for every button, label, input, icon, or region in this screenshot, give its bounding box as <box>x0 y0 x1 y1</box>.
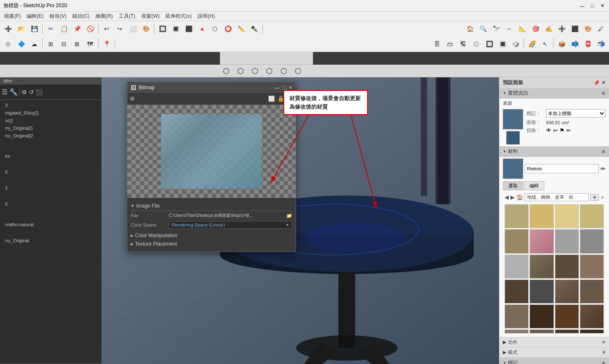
render-btn-2[interactable]: ⬡ <box>234 65 247 77</box>
menu-help[interactable]: 說明(H) <box>195 12 217 21</box>
menu-extensions[interactable]: 延伸程式(x) <box>163 12 194 21</box>
material-cell-21[interactable] <box>505 329 529 334</box>
colorspace-dropdown[interactable]: Rendering Space (Linear) ▼ <box>169 221 292 229</box>
material-header[interactable]: ▼ 材料 ✕ <box>499 147 609 157</box>
sidebar-icon-4[interactable]: ↺ <box>29 89 34 96</box>
tool2-layers[interactable]: ⊠ <box>71 38 83 50</box>
list-item[interactable]: 2 <box>0 184 102 192</box>
tool-save[interactable]: 💾 <box>28 23 41 35</box>
list-item[interactable]: or]2 <box>0 117 102 124</box>
bitmap-image-file-header[interactable]: ▼ Image File <box>131 201 292 211</box>
nav-dropdown[interactable]: ▼ <box>590 194 599 201</box>
tool2-box2[interactable]: 📫 <box>568 38 581 50</box>
arrow-icon[interactable]: ↩ <box>553 127 558 134</box>
tool-t5[interactable]: ⬡ <box>208 23 221 35</box>
tool-t2[interactable]: 🔳 <box>169 23 182 35</box>
render-btn-5[interactable]: ⬡ <box>277 65 290 77</box>
material-cell-15[interactable] <box>555 279 579 304</box>
render-btn-1[interactable]: ⬡ <box>220 65 233 77</box>
menu-view[interactable]: 檢視(V) <box>47 12 69 21</box>
tool-r8[interactable]: ➕ <box>555 23 568 35</box>
menu-camera[interactable]: 鏡頭(C) <box>70 12 92 21</box>
tool2-cursor[interactable]: ↖ <box>539 38 551 50</box>
tool-undo[interactable]: ↪ <box>113 23 126 35</box>
material-cell-12[interactable] <box>580 255 604 279</box>
material-cell-16[interactable] <box>580 279 604 304</box>
tool2-group[interactable]: 🔷 <box>15 38 27 50</box>
tool-r5[interactable]: 📐 <box>516 23 529 35</box>
tool2-box3[interactable]: 📮 <box>582 38 594 50</box>
tool2-pin[interactable]: 📍 <box>100 38 113 50</box>
material-cell-23[interactable] <box>555 329 579 334</box>
list-item[interactable]: rry_Original]1 <box>0 124 102 132</box>
menu-window[interactable]: 視窗(W) <box>139 12 162 21</box>
style-header[interactable]: ▶ 樣式 ✕ <box>499 348 609 357</box>
tool2-box4[interactable]: 📬 <box>595 38 607 50</box>
tool2-table[interactable]: ⊟ <box>58 38 70 50</box>
tool-r1[interactable]: 🏠 <box>464 23 476 35</box>
render-btn-3[interactable]: ⬡ <box>249 65 261 77</box>
bitmap-minimize[interactable]: — <box>274 84 280 91</box>
tool-special[interactable]: 🎨 <box>140 23 152 35</box>
flag-icon[interactable]: ⚑ <box>560 127 565 134</box>
sidebar-icon-3[interactable]: ⚙ <box>22 89 27 96</box>
tool-copy[interactable]: 📋 <box>58 23 70 35</box>
material-cell-2[interactable] <box>529 204 554 228</box>
tool-r4[interactable]: ↔ <box>503 23 516 35</box>
tool2-box1[interactable]: 📦 <box>555 38 568 50</box>
entity-info-header[interactable]: ▼ 實體資訊 ✕ <box>499 88 609 99</box>
tool2-3d4[interactable]: ⬡ <box>470 38 483 50</box>
tool-erase[interactable]: 🚫 <box>84 23 96 35</box>
color-manipulation-row[interactable]: ▶ Color Manipulation <box>131 231 292 240</box>
tool-new[interactable]: ➕ <box>2 23 14 35</box>
material-cell-9[interactable] <box>505 255 529 279</box>
list-item[interactable]: 5 <box>0 168 102 176</box>
tool2-3d5[interactable]: 🔲 <box>483 38 496 50</box>
material-cell-10[interactable] <box>529 255 554 279</box>
tags-close-btn[interactable]: ✕ <box>601 360 606 364</box>
tool-stamp[interactable]: ⬜ <box>126 23 139 35</box>
list-item[interactable]: 5 <box>0 200 102 208</box>
tool-r11[interactable]: 🖊 <box>595 23 607 35</box>
sidebar-icon-2[interactable]: 🔧 <box>9 88 18 96</box>
nav-forward[interactable]: ▶ <box>510 194 515 200</box>
component-header[interactable]: ▶ 元件 ✕ <box>499 337 609 347</box>
component-close-btn[interactable]: ✕ <box>602 339 606 345</box>
material-cell-24[interactable] <box>580 329 604 334</box>
tool2-color[interactable]: 🌈 <box>526 38 538 50</box>
tool-r7[interactable]: ✍ <box>542 23 555 35</box>
tool-t4[interactable]: 🔺 <box>195 23 208 35</box>
material-cell-8[interactable] <box>580 229 604 253</box>
tool-paste[interactable]: 📌 <box>71 23 83 35</box>
list-item[interactable]: rvalho-natural <box>0 221 102 228</box>
material-cell-18[interactable] <box>529 304 554 328</box>
minimize-btn[interactable]: — <box>579 3 585 9</box>
file-browse-icon[interactable]: 📁 <box>286 213 292 219</box>
menu-draw[interactable]: 繪圖(R) <box>93 12 115 21</box>
material-cell-19[interactable] <box>555 304 579 328</box>
material-cell-5[interactable] <box>505 229 529 253</box>
tool2-3d2[interactable]: 🗃 <box>444 38 456 50</box>
material-cell-6[interactable] <box>529 229 554 253</box>
material-cell-17[interactable] <box>505 304 529 328</box>
material-cell-11[interactable] <box>555 255 579 279</box>
material-name-input[interactable] <box>525 164 599 173</box>
tool-open[interactable]: 📂 <box>15 23 27 35</box>
tool2-geo[interactable]: 🗺 <box>84 38 96 50</box>
window-controls[interactable]: — □ ✕ <box>579 3 606 9</box>
menu-edit[interactable]: 編輯(E) <box>24 12 46 21</box>
tool2-cloud[interactable]: ☁ <box>28 38 41 50</box>
tab-select[interactable]: 選取 <box>503 181 523 190</box>
material-edit-icon[interactable]: ✏ <box>601 165 606 172</box>
material-close-btn[interactable]: ✕ <box>601 149 606 155</box>
tool-t1[interactable]: 🔲 <box>156 23 169 35</box>
panel-close-btn[interactable]: ✕ <box>601 80 606 86</box>
tool-r2[interactable]: 🔍 <box>477 23 489 35</box>
tool2-3d7[interactable]: 🎲 <box>509 38 522 50</box>
list-item[interactable]: rry_Original]2 <box>0 132 102 140</box>
list-item[interactable]: rry_Original <box>0 237 102 244</box>
nav-new[interactable]: + <box>601 194 604 200</box>
tool-r3[interactable]: 🔭 <box>490 23 502 35</box>
pencil-icon[interactable]: ✏ <box>566 127 571 134</box>
nav-back[interactable]: ◀ <box>505 194 509 200</box>
